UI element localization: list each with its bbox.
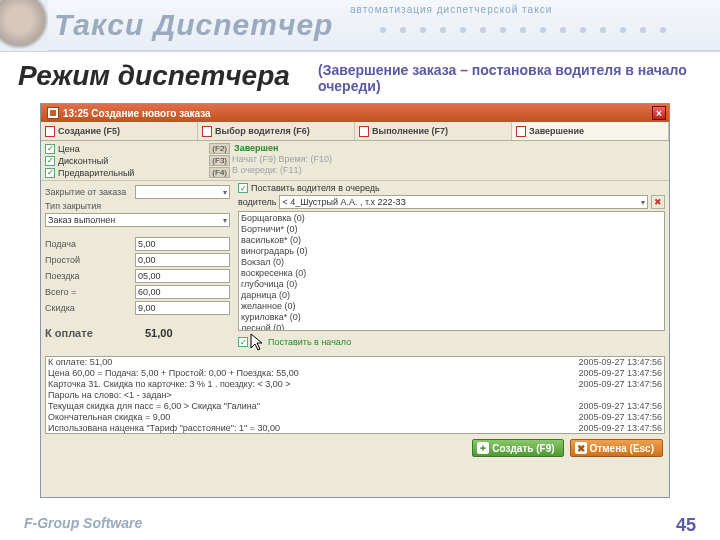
close-button[interactable]: × <box>652 106 666 120</box>
row-label: Скидка <box>45 303 135 313</box>
list-item[interactable]: воскресенка (0) <box>241 268 662 279</box>
log-box[interactable]: К оплате: 51,002005-09-27 13:47:56 Цена … <box>45 356 665 434</box>
checkbox-icon: ✓ <box>45 168 55 178</box>
top-banner: Такси Диспетчер автоматизация диспетчерс… <box>0 0 720 52</box>
create-button[interactable]: ＋ Создать (F9) <box>472 439 563 457</box>
log-row: Цена 60,00 = Подача: 5,00 + Простой: 0,0… <box>46 368 664 379</box>
checkbox-icon: ✓ <box>45 156 55 166</box>
list-item[interactable]: лесной (0) <box>241 323 662 331</box>
status-line: В очереди: (F11) <box>232 165 665 175</box>
left-column: Закрытие от заказа Тип закрытия Заказ вы… <box>45 183 230 350</box>
grand-total-value: 51,00 <box>135 327 230 339</box>
pdf-icon <box>45 126 55 137</box>
cancel-label: Отмена (Esc) <box>590 443 654 454</box>
district-listbox[interactable]: Борщаговка (0) Бортничи* (0) васильков* … <box>238 211 665 331</box>
tab-driver[interactable]: Выбор водителя (F6) <box>198 122 355 140</box>
list-item[interactable]: куриловка* (0) <box>241 312 662 323</box>
flags-row: ✓ Цена (F2) ✓ Дисконтный (F3) ✓ Предвари… <box>41 141 669 181</box>
page-subtitle: (Завершение заказа – постановка водителя… <box>318 60 702 94</box>
hotkey-badge: (F2) <box>209 143 230 154</box>
close-type-select[interactable]: Заказ выполнен <box>45 213 230 227</box>
type-row: Тип закрытия <box>45 201 230 211</box>
decorative-dots <box>380 18 710 42</box>
put-start-label: Поставить в начало <box>268 337 351 347</box>
tagline: автоматизация диспетчерской такси <box>350 4 552 15</box>
list-item[interactable]: виноградарь (0) <box>241 246 662 257</box>
tab-create[interactable]: Создание (F5) <box>41 122 198 140</box>
row-label: Простой <box>45 255 135 265</box>
row-label: Поездка <box>45 271 135 281</box>
list-item[interactable]: глубочица (0) <box>241 279 662 290</box>
list-item[interactable]: Борщаговка (0) <box>241 213 662 224</box>
flag-label: Дисконтный <box>58 156 108 166</box>
checkbox-icon: ✓ <box>238 183 248 193</box>
log-row: Окончательная скидка = 9,002005-09-27 13… <box>46 412 664 423</box>
queue-driver-label: Поставить водителя в очередь <box>251 183 380 193</box>
close-icon: ✖ <box>575 442 587 454</box>
brand-text: Такси Диспетчер <box>54 8 333 42</box>
hotkey-badge: (F3) <box>209 155 230 166</box>
detach-row: Закрытие от заказа <box>45 185 230 199</box>
heading-row: Режим диспетчера (Завершение заказа – по… <box>0 52 720 94</box>
tab-label: Завершение <box>529 126 584 136</box>
price-discount-input[interactable]: 9,00 <box>135 301 230 315</box>
list-item[interactable]: Бортничи* (0) <box>241 224 662 235</box>
tab-label: Создание (F5) <box>58 126 120 136</box>
price-trip-input[interactable]: 05,00 <box>135 269 230 283</box>
svg-marker-0 <box>251 334 262 350</box>
flag-pre[interactable]: ✓ Предварительный (F4) <box>45 167 230 178</box>
footer: F-Group Software 45 <box>0 515 720 540</box>
log-row: К оплате: 51,002005-09-27 13:47:56 <box>46 357 664 368</box>
pdf-icon <box>202 126 212 137</box>
cancel-button[interactable]: ✖ Отмена (Esc) <box>570 439 663 457</box>
detach-label: Закрытие от заказа <box>45 187 135 197</box>
page-title: Режим диспетчера <box>18 60 318 92</box>
log-row: Использована наценка "Тариф "расстояние"… <box>46 423 664 434</box>
window-title: 13:25 Создание нового заказа <box>63 108 648 119</box>
tab-label: Выбор водителя (F6) <box>215 126 310 136</box>
type-label: Тип закрытия <box>45 201 135 211</box>
queue-driver-check[interactable]: ✓ Поставить водителя в очередь <box>238 183 665 193</box>
hotkey-badge: (F4) <box>209 167 230 178</box>
main-body: Закрытие от заказа Тип закрытия Заказ вы… <box>41 181 669 352</box>
select-value: Заказ выполнен <box>48 215 115 225</box>
price-idle-input[interactable]: 0,00 <box>135 253 230 267</box>
list-item[interactable]: дарница (0) <box>241 290 662 301</box>
tab-execute[interactable]: Выполнение (F7) <box>355 122 512 140</box>
status-label: Завершен <box>232 143 665 153</box>
log-row: Пароль на слово: <1 - задан> <box>46 390 664 401</box>
pdf-icon <box>516 126 526 137</box>
list-item[interactable]: Вокзал (0) <box>241 257 662 268</box>
titlebar[interactable]: 13:25 Создание нового заказа × <box>41 104 669 122</box>
list-item[interactable]: желанное (0) <box>241 301 662 312</box>
grand-total-row: К оплате 51,00 <box>45 327 230 339</box>
driver-value: < 4_Шустрый А.А. , т.х 222-33 <box>282 197 405 207</box>
button-row: ＋ Создать (F9) ✖ Отмена (Esc) <box>41 434 669 457</box>
flag-label: Предварительный <box>58 168 134 178</box>
log-row: Текущая скидка для пасс = 6,00 > Скидка … <box>46 401 664 412</box>
list-item[interactable]: васильков* (0) <box>241 235 662 246</box>
flag-price[interactable]: ✓ Цена (F2) <box>45 143 230 154</box>
driver-select[interactable]: < 4_Шустрый А.А. , т.х 222-33 <box>279 195 648 209</box>
tabs: Создание (F5) Выбор водителя (F6) Выполн… <box>41 122 669 141</box>
flag-label: Цена <box>58 144 80 154</box>
plus-icon: ＋ <box>477 442 489 454</box>
create-label: Создать (F9) <box>492 443 554 454</box>
price-total-input[interactable]: 60,00 <box>135 285 230 299</box>
flag-discount[interactable]: ✓ Дисконтный (F3) <box>45 155 230 166</box>
tab-complete[interactable]: Завершение <box>512 122 669 140</box>
company-name: F-Group Software <box>24 515 142 536</box>
price-deliver-input[interactable]: 5,00 <box>135 237 230 251</box>
grand-total-label: К оплате <box>45 327 135 339</box>
row-label: Подача <box>45 239 135 249</box>
slide-number: 45 <box>676 515 696 536</box>
detach-select[interactable] <box>135 185 230 199</box>
row-label: Всего = <box>45 287 135 297</box>
status-line: Начат (F9) Время: (F10) <box>232 154 665 164</box>
put-start-check[interactable]: ✓ Поставить в начало <box>238 334 665 350</box>
pdf-icon <box>359 126 369 137</box>
mouse-cursor-icon <box>251 334 265 350</box>
driver-label: водитель <box>238 197 276 207</box>
right-column: ✓ Поставить водителя в очередь водитель … <box>238 183 665 350</box>
clear-driver-button[interactable]: ✖ <box>651 195 665 209</box>
